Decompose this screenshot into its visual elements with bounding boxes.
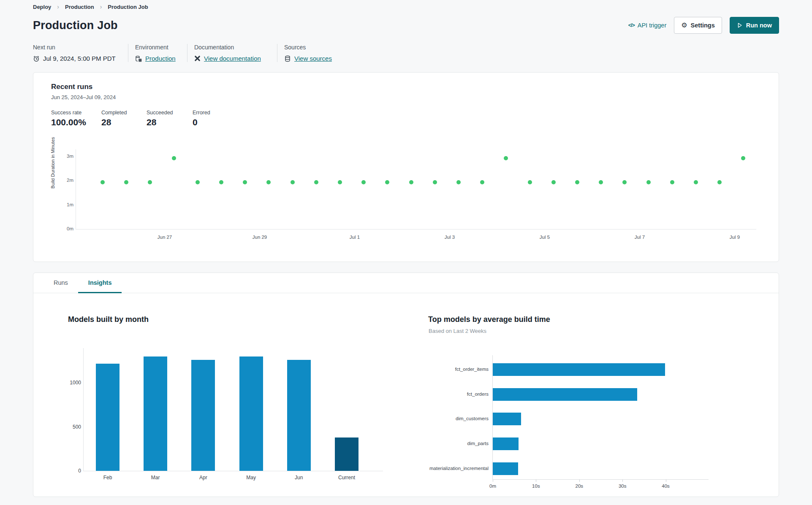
run-dot[interactable] xyxy=(361,180,366,184)
scatter-x-label: Jun 29 xyxy=(243,235,277,240)
model-bar xyxy=(493,462,518,475)
scatter-y-axis-label: Build Duration in Minutes xyxy=(50,137,55,189)
month-bar xyxy=(96,364,119,471)
run-dot[interactable] xyxy=(338,180,342,184)
settings-button[interactable]: ⚙ Settings xyxy=(674,17,722,34)
run-dot[interactable] xyxy=(219,180,223,184)
api-trigger-label: API trigger xyxy=(638,22,667,29)
build-duration-plot: 0m1m2m3mJun 27Jun 29Jul 1Jul 3Jul 5Jul 7… xyxy=(76,149,756,230)
clock-icon xyxy=(33,55,40,62)
run-dot[interactable] xyxy=(172,156,176,160)
run-dot[interactable] xyxy=(741,156,745,160)
hbar-tick-mark xyxy=(493,480,493,482)
month-bar xyxy=(287,360,311,471)
play-icon xyxy=(737,22,743,28)
hbar-tick-mark xyxy=(536,480,536,482)
model-label: materialization_incremental xyxy=(425,466,489,471)
run-dot[interactable] xyxy=(670,180,674,184)
run-dot[interactable] xyxy=(646,180,651,184)
run-dot[interactable] xyxy=(385,180,389,184)
run-dot[interactable] xyxy=(480,180,484,184)
run-dot[interactable] xyxy=(599,180,603,184)
top-models-subtitle: Based on Last 2 Weeks xyxy=(429,328,486,334)
code-icon: </> xyxy=(628,22,635,28)
hbar-tick-mark xyxy=(666,480,666,482)
month-bar xyxy=(335,437,358,471)
meta-label: Documentation xyxy=(194,44,270,51)
run-dot[interactable] xyxy=(551,180,556,184)
bar-y-tick: 0 xyxy=(65,468,81,474)
view-sources-link[interactable]: View sources xyxy=(294,55,332,62)
hbar-tick-mark xyxy=(579,480,580,482)
api-trigger-link[interactable]: </> API trigger xyxy=(628,22,667,29)
breadcrumb-deploy[interactable]: Deploy xyxy=(33,4,51,10)
run-now-label: Run now xyxy=(746,22,772,29)
scatter-y-tick: 0m xyxy=(60,226,73,231)
hbar-x-tick: 20s xyxy=(570,483,589,489)
bar-y-tick: 1000 xyxy=(65,380,81,386)
run-dot[interactable] xyxy=(196,180,200,184)
breadcrumb-production[interactable]: Production xyxy=(65,4,94,10)
scatter-x-label: Jul 1 xyxy=(338,235,372,240)
stat-value: 100.00% xyxy=(51,117,101,127)
run-now-button[interactable]: Run now xyxy=(730,17,779,34)
stat-errored: Errored 0 xyxy=(193,110,210,127)
scatter-y-tick: 3m xyxy=(60,154,73,159)
tab-insights[interactable]: Insights xyxy=(78,273,122,293)
stat-success-rate: Success rate 100.00% xyxy=(51,110,101,127)
scatter-y-tick: 1m xyxy=(60,202,73,207)
stat-completed: Completed 28 xyxy=(101,110,147,127)
hbar-tick-mark xyxy=(622,480,623,482)
recent-runs-card: Recent runs Jun 25, 2024–Jul 09, 2024 Su… xyxy=(33,72,779,262)
model-label: dim_parts xyxy=(425,441,489,446)
run-dot[interactable] xyxy=(100,180,105,184)
model-label: dim_customers xyxy=(425,416,489,421)
recent-runs-title: Recent runs xyxy=(51,83,779,91)
run-dot[interactable] xyxy=(124,180,128,184)
database-icon xyxy=(284,55,291,62)
stat-succeeded: Succeeded 28 xyxy=(147,110,193,127)
model-bar xyxy=(493,388,637,401)
run-dot[interactable] xyxy=(314,180,318,184)
breadcrumb-current: Production Job xyxy=(108,4,148,10)
environment-icon xyxy=(135,55,142,62)
meta-label: Next run xyxy=(33,44,121,51)
run-dot[interactable] xyxy=(456,180,461,184)
run-dot[interactable] xyxy=(528,180,532,184)
top-models-plot: fct_order_itemsfct_ordersdim_customersdi… xyxy=(492,355,709,480)
month-bar xyxy=(239,356,263,471)
run-dot[interactable] xyxy=(694,180,698,184)
run-dot[interactable] xyxy=(148,180,152,184)
stat-value: 28 xyxy=(101,117,147,127)
environment-link[interactable]: Production xyxy=(145,55,176,62)
stat-value: 0 xyxy=(193,117,210,127)
tab-runs[interactable]: Runs xyxy=(43,273,78,293)
scatter-y-tick: 2m xyxy=(60,178,73,183)
run-dot[interactable] xyxy=(575,180,579,184)
page: Deploy › Production › Production Job Pro… xyxy=(0,0,812,497)
model-label: fct_order_items xyxy=(425,367,489,372)
run-dot[interactable] xyxy=(243,180,247,184)
run-dot[interactable] xyxy=(504,156,508,160)
run-dot[interactable] xyxy=(717,180,722,184)
header-actions: </> API trigger ⚙ Settings Run now xyxy=(628,17,779,34)
run-dot[interactable] xyxy=(291,180,295,184)
bar-x-label: Current xyxy=(330,475,364,481)
run-dot[interactable] xyxy=(433,180,437,184)
stat-label: Errored xyxy=(193,110,210,116)
scatter-x-label: Jul 3 xyxy=(433,235,467,240)
chevron-right-icon: › xyxy=(100,3,102,10)
scatter-x-label: Jul 5 xyxy=(528,235,562,240)
month-bar xyxy=(191,360,215,471)
bar-x-label: Mar xyxy=(139,475,172,481)
scatter-x-label: Jun 27 xyxy=(148,235,182,240)
meta-documentation: Documentation View documentation xyxy=(187,44,277,62)
view-documentation-link[interactable]: View documentation xyxy=(204,55,261,62)
gear-icon: ⚙ xyxy=(681,22,687,29)
run-dot[interactable] xyxy=(622,180,627,184)
run-dot[interactable] xyxy=(266,180,271,184)
stat-label: Success rate xyxy=(51,110,101,116)
month-bar xyxy=(144,356,167,471)
settings-label: Settings xyxy=(691,22,715,29)
run-dot[interactable] xyxy=(409,180,413,184)
